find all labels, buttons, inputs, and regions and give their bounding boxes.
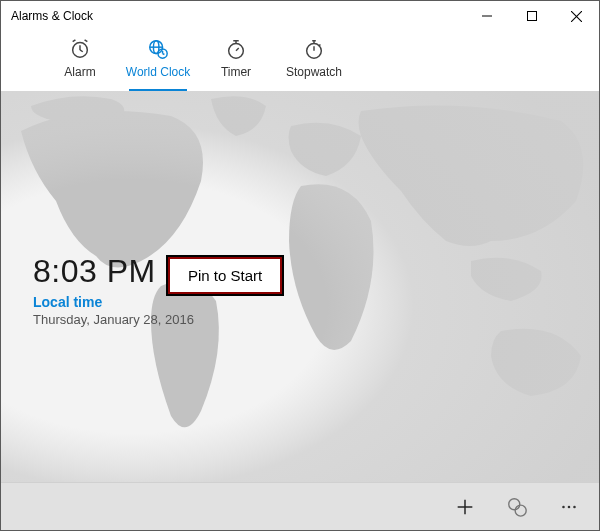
- context-menu-item-pin-to-start[interactable]: Pin to Start: [170, 259, 280, 292]
- tab-label: Alarm: [64, 65, 95, 79]
- close-icon: [571, 11, 582, 22]
- convert-time-icon: [506, 496, 528, 518]
- svg-line-7: [73, 40, 76, 42]
- command-bar: [1, 482, 599, 530]
- plus-icon: [454, 496, 476, 518]
- world-clock-icon: [147, 37, 169, 61]
- minimize-button[interactable]: [464, 1, 509, 31]
- more-button[interactable]: [547, 485, 591, 529]
- tab-label: Stopwatch: [286, 65, 342, 79]
- window-controls: [464, 1, 599, 31]
- svg-point-30: [515, 505, 526, 516]
- svg-point-33: [573, 505, 576, 508]
- svg-rect-1: [527, 12, 536, 21]
- svg-line-8: [85, 40, 88, 42]
- maximize-button[interactable]: [509, 1, 554, 31]
- minimize-icon: [482, 11, 492, 21]
- timer-icon: [225, 37, 247, 61]
- titlebar: Alarms & Clock: [1, 1, 599, 31]
- svg-line-14: [163, 54, 165, 55]
- svg-line-16: [236, 48, 239, 51]
- app-window: Alarms & Clock Alarm World Clock: [0, 0, 600, 531]
- more-icon: [558, 496, 580, 518]
- svg-point-32: [568, 505, 571, 508]
- svg-line-6: [80, 50, 83, 52]
- context-menu: Pin to Start: [166, 255, 284, 296]
- convert-time-button[interactable]: [495, 485, 539, 529]
- world-clock-content: 8:03 PM Local time Thursday, January 28,…: [1, 91, 599, 482]
- tab-label: World Clock: [126, 65, 190, 79]
- tab-alarm[interactable]: Alarm: [41, 31, 119, 91]
- add-clock-button[interactable]: [443, 485, 487, 529]
- tab-world-clock[interactable]: World Clock: [119, 31, 197, 91]
- alarm-icon: [69, 37, 91, 61]
- svg-point-31: [562, 505, 565, 508]
- close-button[interactable]: [554, 1, 599, 31]
- stopwatch-icon: [303, 37, 325, 61]
- tab-label: Timer: [221, 65, 251, 79]
- context-menu-highlight: Pin to Start: [168, 257, 282, 294]
- maximize-icon: [527, 11, 537, 21]
- tab-timer[interactable]: Timer: [197, 31, 275, 91]
- svg-point-29: [509, 498, 520, 509]
- tab-stopwatch[interactable]: Stopwatch: [275, 31, 353, 91]
- clock-date: Thursday, January 28, 2016: [33, 312, 194, 327]
- window-title: Alarms & Clock: [11, 9, 93, 23]
- tab-bar: Alarm World Clock Timer Stopwatch: [1, 31, 599, 91]
- clock-label: Local time: [33, 294, 194, 310]
